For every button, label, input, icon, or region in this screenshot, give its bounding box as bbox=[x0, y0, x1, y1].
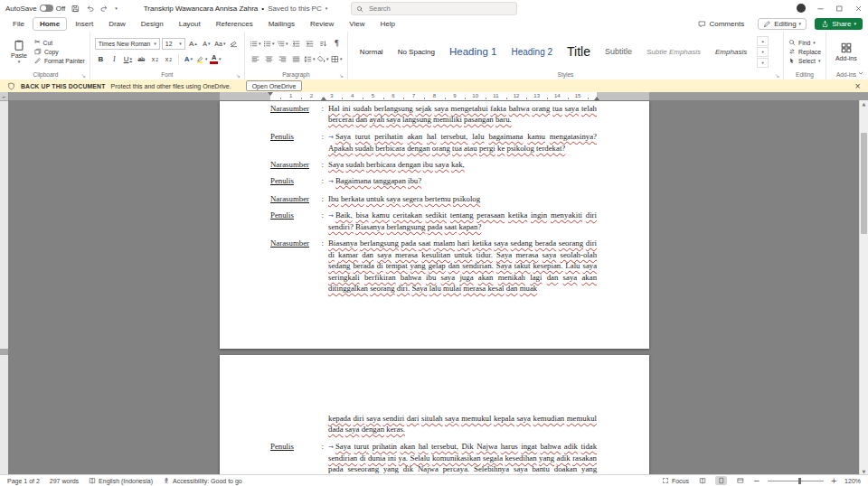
clear-formatting-button[interactable] bbox=[228, 38, 240, 50]
minimize-icon[interactable] bbox=[816, 5, 825, 13]
style-nospacing[interactable]: No Spacing bbox=[391, 48, 442, 56]
zoom-slider-thumb[interactable] bbox=[798, 478, 801, 484]
style-h2[interactable]: Heading 2 bbox=[504, 47, 560, 57]
vertical-ruler[interactable] bbox=[0, 100, 8, 475]
style-h1[interactable]: Heading 1 bbox=[442, 46, 504, 57]
bullets-button[interactable]: ▾ bbox=[250, 38, 261, 50]
font-name-combo[interactable]: Times New Roman▾ bbox=[95, 38, 160, 50]
superscript-button[interactable]: x2 bbox=[163, 53, 175, 65]
font-size-combo[interactable]: 12▾ bbox=[162, 38, 185, 50]
redo-icon[interactable] bbox=[100, 5, 108, 13]
print-layout-button[interactable] bbox=[715, 476, 727, 485]
maximize-icon[interactable] bbox=[835, 5, 844, 13]
replace-button[interactable]: Replace bbox=[788, 48, 821, 55]
vertical-scrollbar[interactable]: ▲ ▼ bbox=[859, 100, 868, 475]
addins-button[interactable]: Add-ins bbox=[831, 41, 862, 62]
align-right-button[interactable] bbox=[277, 53, 288, 65]
zoom-in-icon[interactable]: + bbox=[831, 477, 838, 485]
close-icon[interactable] bbox=[854, 5, 863, 13]
avatar[interactable] bbox=[797, 4, 806, 13]
first-line-indent-marker[interactable] bbox=[268, 92, 273, 96]
subscript-button[interactable]: x2 bbox=[149, 53, 161, 65]
align-left-button[interactable] bbox=[250, 53, 261, 65]
tab-mailings[interactable]: Mailings bbox=[261, 17, 302, 31]
document-page-2[interactable]: kepada diri saya sendiri dari situlah sa… bbox=[220, 355, 649, 475]
zoom-out-icon[interactable]: − bbox=[753, 477, 760, 485]
bold-button[interactable]: B bbox=[95, 53, 107, 65]
open-onedrive-button[interactable]: Open OneDrive bbox=[246, 80, 303, 91]
scrollbar-thumb[interactable] bbox=[861, 133, 867, 234]
font-dialog-launcher[interactable]: ↘ bbox=[236, 72, 241, 79]
numbering-button[interactable]: ▾ bbox=[263, 38, 275, 50]
italic-button[interactable]: I bbox=[108, 53, 120, 65]
tab-draw[interactable]: Draw bbox=[101, 17, 133, 31]
tab-review[interactable]: Review bbox=[303, 17, 341, 31]
style-subtle[interactable]: Subtle Emphasis bbox=[639, 48, 708, 56]
language-indicator[interactable]: English (Indonesia) bbox=[89, 477, 153, 484]
tab-home[interactable]: Home bbox=[33, 17, 67, 31]
copy-button[interactable]: Copy bbox=[34, 48, 85, 55]
shrink-font-button[interactable]: A▾ bbox=[201, 38, 212, 50]
tab-file[interactable]: File bbox=[5, 17, 32, 31]
find-button[interactable]: Find▾ bbox=[788, 39, 821, 46]
increase-indent-button[interactable] bbox=[304, 38, 316, 50]
format-painter-button[interactable]: Format Painter bbox=[34, 57, 85, 64]
autosave-switch-icon[interactable] bbox=[40, 5, 53, 12]
select-button[interactable]: Select▾ bbox=[788, 57, 821, 64]
save-icon[interactable] bbox=[71, 5, 80, 13]
cut-button[interactable]: ✂Cut bbox=[34, 39, 85, 46]
document-title-area[interactable]: Transkrip Wawancara Annisa Zahra • Saved… bbox=[144, 5, 328, 13]
accessibility-status[interactable]: Accessibility: Good to go bbox=[163, 477, 242, 484]
highlight-color-button[interactable]: ▾ bbox=[196, 53, 208, 65]
style-normal[interactable]: Normal bbox=[353, 48, 391, 56]
tab-references[interactable]: References bbox=[209, 17, 260, 31]
styles-scroll-down-icon[interactable]: ▾ bbox=[757, 47, 769, 57]
styles-scroll-up-icon[interactable]: ▴ bbox=[757, 36, 769, 46]
tab-help[interactable]: Help bbox=[373, 17, 401, 31]
grow-font-button[interactable]: A▴ bbox=[187, 38, 199, 50]
font-color-button[interactable]: A▾ bbox=[210, 53, 222, 65]
tab-layout[interactable]: Layout bbox=[172, 17, 208, 31]
sort-button[interactable] bbox=[317, 38, 329, 50]
word-count[interactable]: 297 words bbox=[50, 478, 79, 484]
style-title[interactable]: Title bbox=[560, 44, 598, 59]
align-center-button[interactable] bbox=[263, 53, 275, 65]
show-formatting-marks-button[interactable]: ¶ bbox=[331, 38, 343, 50]
search-input[interactable] bbox=[367, 4, 512, 14]
tab-insert[interactable]: Insert bbox=[68, 17, 100, 31]
styles-dialog-launcher[interactable]: ↘ bbox=[775, 72, 779, 79]
styles-more-icon[interactable]: ▾ bbox=[757, 58, 769, 68]
tab-selector[interactable]: ⌐ bbox=[0, 92, 9, 100]
text-effects-button[interactable]: A▾ bbox=[183, 53, 194, 65]
comments-button[interactable]: Comments bbox=[693, 18, 750, 30]
clipboard-dialog-launcher[interactable]: ↘ bbox=[81, 72, 86, 79]
scroll-up-icon[interactable]: ▲ bbox=[860, 100, 868, 107]
document-page-1[interactable]: Narasumber:Hal ini sudah berlangsung sej… bbox=[220, 101, 649, 349]
style-emphasis[interactable]: Emphasis bbox=[708, 48, 754, 56]
tab-view[interactable]: View bbox=[342, 17, 372, 31]
zoom-slider[interactable] bbox=[768, 481, 824, 481]
share-button[interactable]: Share ▾ bbox=[815, 18, 863, 30]
line-spacing-button[interactable]: ▾ bbox=[304, 53, 316, 65]
shading-button[interactable]: ▾ bbox=[317, 53, 329, 65]
strikethrough-button[interactable]: ab bbox=[136, 53, 147, 65]
read-mode-button[interactable] bbox=[696, 476, 708, 485]
autosave-toggle[interactable]: AutoSave Off bbox=[5, 5, 65, 13]
borders-button[interactable]: ▾ bbox=[331, 53, 343, 65]
undo-icon[interactable] bbox=[86, 5, 94, 13]
underline-button[interactable]: U▾ bbox=[122, 53, 134, 65]
change-case-button[interactable]: Aa▾ bbox=[214, 38, 226, 50]
paragraph-dialog-launcher[interactable]: ↘ bbox=[339, 72, 344, 79]
focus-button[interactable]: Focus bbox=[662, 477, 689, 484]
page-indicator[interactable]: Page 1 of 2 bbox=[7, 478, 40, 484]
paste-button[interactable]: Paste ▾ bbox=[6, 38, 32, 65]
search-box[interactable] bbox=[351, 2, 517, 15]
collapse-ribbon-icon[interactable] bbox=[857, 70, 864, 77]
justify-button[interactable] bbox=[290, 53, 302, 65]
horizontal-ruler[interactable]: ⌐ 123456789101112131415 bbox=[0, 92, 868, 100]
style-subtitle[interactable]: Subtitle bbox=[598, 47, 639, 56]
quick-access-chevron-icon[interactable]: ▾ bbox=[115, 6, 118, 11]
multilevel-list-button[interactable]: ▾ bbox=[277, 38, 288, 50]
web-layout-button[interactable] bbox=[734, 476, 746, 485]
notification-close-icon[interactable]: × bbox=[854, 82, 861, 90]
